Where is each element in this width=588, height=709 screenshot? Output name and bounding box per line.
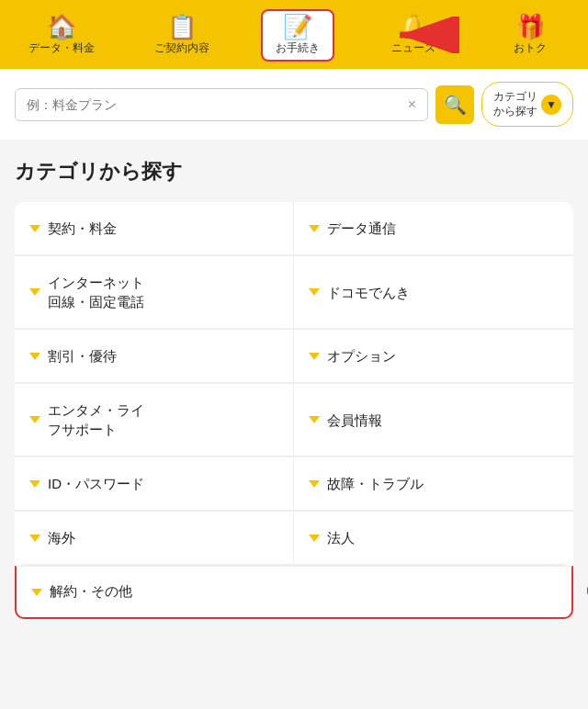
category-label: エンタメ・ライフサポート [48, 400, 144, 439]
nav-item-contract[interactable]: 📋 ご契約内容 [145, 11, 219, 60]
triangle-icon [309, 225, 320, 232]
nav-bar: 🏠 データ・料金 📋 ご契約内容 📝 お手続き 🔔 ニュース [0, 0, 588, 69]
category-cell-contract[interactable]: 契約・料金 [15, 202, 294, 255]
nav-item-procedures[interactable]: 📝 お手続き [261, 9, 334, 62]
nav-item-news[interactable]: 🔔 ニュース [377, 11, 450, 60]
category-grid: 契約・料金 データ通信 インターネット回線・固定電話 ドコモでんき [15, 202, 573, 566]
category-cell-corporate[interactable]: 法人 [294, 512, 573, 565]
main-content: カテゴリから探す 契約・料金 データ通信 インターネット回線・固定電話 [0, 140, 588, 637]
category-cell-overseas[interactable]: 海外 [15, 512, 294, 565]
nav-label-contract: ご契約内容 [154, 40, 209, 56]
nav-label-data: データ・料金 [28, 40, 95, 56]
search-section: × 🔍 カテゴリから探す ▼ [0, 69, 588, 140]
triangle-icon [309, 353, 320, 360]
nav-label-procedures: お手続き [276, 40, 320, 56]
category-cell-id[interactable]: ID・パスワード [15, 457, 294, 511]
home-icon: 🏠 [47, 15, 76, 39]
category-card: 契約・料金 データ通信 インターネット回線・固定電話 ドコモでんき [15, 202, 573, 619]
nav-item-deals[interactable]: 🎁 おトク [493, 11, 567, 60]
category-label: オプション [327, 346, 396, 366]
search-icon: 🔍 [444, 94, 467, 116]
deals-icon: 🎁 [515, 15, 545, 39]
category-cell-cancel[interactable]: 解約・その他 [15, 566, 573, 619]
nav-label-deals: おトク [514, 40, 547, 56]
category-cell-data[interactable]: データ通信 [294, 202, 573, 255]
nav-label-news: ニュース [391, 40, 435, 56]
news-icon: 🔔 [399, 15, 428, 39]
category-label: 割引・優待 [48, 346, 117, 366]
nav-item-data-plan[interactable]: 🏠 データ・料金 [21, 11, 102, 60]
category-label: ドコモでんき [327, 283, 410, 302]
category-cell-member[interactable]: 会員情報 [294, 384, 573, 456]
triangle-icon [29, 416, 40, 423]
bottom-arrow [578, 572, 588, 613]
filter-label: カテゴリから探す [493, 90, 537, 118]
triangle-icon [29, 353, 40, 360]
category-cell-denki[interactable]: ドコモでんき [294, 256, 573, 329]
triangle-icon [29, 535, 40, 542]
triangle-icon [309, 480, 320, 488]
category-cell-internet[interactable]: インターネット回線・固定電話 [15, 256, 294, 329]
category-cell-trouble[interactable]: 故障・トラブル [294, 457, 573, 511]
triangle-icon [309, 288, 320, 296]
procedures-icon: 📝 [283, 15, 312, 39]
category-label: データ通信 [327, 219, 396, 238]
triangle-icon [309, 416, 320, 423]
section-title: カテゴリから探す [15, 158, 573, 186]
search-button[interactable]: 🔍 [435, 85, 474, 124]
triangle-icon [29, 480, 40, 488]
search-input-wrapper[interactable]: × [15, 88, 428, 121]
chevron-down-icon: ▼ [541, 95, 561, 115]
contract-icon: 📋 [167, 15, 197, 39]
category-filter-button[interactable]: カテゴリから探す ▼ [481, 82, 573, 127]
category-cell-discount[interactable]: 割引・優待 [15, 330, 294, 383]
search-clear-button[interactable]: × [408, 96, 416, 113]
search-input[interactable] [27, 97, 404, 112]
triangle-icon [29, 288, 40, 296]
category-label: ID・パスワード [48, 474, 144, 493]
nav-bar-inner: 🏠 データ・料金 📋 ご契約内容 📝 お手続き 🔔 ニュース [0, 0, 588, 69]
triangle-icon [31, 589, 42, 596]
triangle-icon [309, 535, 320, 542]
category-label: 法人 [327, 528, 355, 547]
last-row-container: 解約・その他 [15, 566, 573, 619]
category-label: 海外 [48, 528, 75, 547]
category-cell-entertainment[interactable]: エンタメ・ライフサポート [15, 384, 294, 456]
triangle-icon [29, 225, 40, 232]
category-label: 契約・料金 [48, 219, 117, 238]
category-label: インターネット回線・固定電話 [48, 273, 144, 311]
category-cell-options[interactable]: オプション [294, 330, 573, 383]
category-label-cancel: 解約・その他 [50, 583, 132, 601]
category-label: 故障・トラブル [327, 474, 424, 493]
category-label: 会員情報 [327, 411, 382, 430]
